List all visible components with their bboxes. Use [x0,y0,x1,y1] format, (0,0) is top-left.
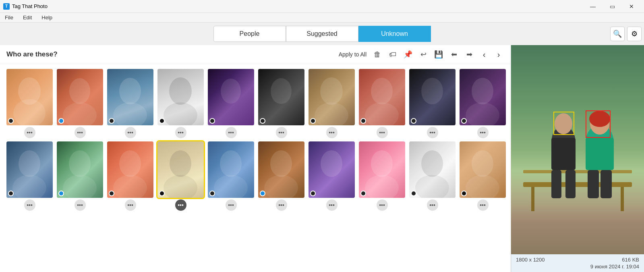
face-options-button[interactable]: ••• [24,199,35,211]
minimize-button[interactable]: — [584,0,602,13]
list-item[interactable]: ••• [460,69,506,138]
face-checkbox[interactable] [360,191,366,196]
face-checkbox[interactable] [159,118,165,124]
face-thumbnail[interactable] [258,69,304,125]
face-options-button[interactable]: ••• [427,199,438,211]
list-item[interactable]: ••• [157,69,204,138]
menu-edit[interactable]: Edit [21,14,33,21]
face-thumbnail[interactable] [258,141,304,198]
list-item[interactable]: ••• [208,141,254,211]
face-thumbnail[interactable] [57,69,103,125]
menu-file[interactable]: File [3,14,15,21]
save-button[interactable]: 💾 [433,48,445,60]
face-thumbnail[interactable] [208,141,254,198]
face-checkbox[interactable] [109,118,114,124]
face-thumbnail[interactable] [6,69,53,125]
face-options-button[interactable]: ••• [125,127,136,138]
list-item[interactable]: ••• [309,141,355,211]
face-thumbnail[interactable] [359,69,405,125]
face-checkbox[interactable] [58,118,64,124]
face-checkbox[interactable] [360,118,366,124]
face-options-button[interactable]: ••• [377,127,388,138]
next-button[interactable]: › [493,49,504,60]
list-item[interactable]: ••• [258,141,304,211]
list-item[interactable]: ••• [157,141,204,211]
face-checkbox[interactable] [461,118,467,124]
face-options-button[interactable]: ••• [75,127,86,138]
face-options-button[interactable]: ••• [226,199,237,211]
face-thumbnail[interactable] [107,141,153,198]
face-thumbnail[interactable] [107,69,153,125]
face-thumbnail[interactable] [6,141,53,198]
face-options-button[interactable]: ••• [175,127,186,138]
face-thumbnail[interactable] [309,141,355,198]
face-options-button[interactable]: ••• [175,199,186,211]
face-checkbox[interactable] [8,191,14,196]
face-thumbnail[interactable] [460,141,506,198]
face-thumbnail[interactable] [359,141,405,198]
face-options-button[interactable]: ••• [326,127,338,138]
face-thumbnail[interactable] [157,141,204,198]
face-checkbox[interactable] [411,191,416,196]
face-options-button[interactable]: ••• [427,127,438,138]
face-thumbnail[interactable] [309,69,355,125]
list-item[interactable]: ••• [460,141,506,211]
pin-button[interactable]: 📌 [402,48,414,60]
face-thumbnail[interactable] [57,141,103,198]
face-checkbox[interactable] [310,191,316,196]
list-item[interactable]: ••• [258,69,304,138]
face-checkbox[interactable] [109,191,114,196]
list-item[interactable]: ••• [208,69,254,138]
face-checkbox[interactable] [209,191,215,196]
tag-button[interactable]: 🏷 [387,48,399,60]
face-options-button[interactable]: ••• [276,127,287,138]
list-item[interactable]: ••• [107,141,153,211]
list-item[interactable]: ••• [6,69,53,138]
export-button[interactable]: ➡ [463,48,475,60]
list-item[interactable]: ••• [6,141,53,211]
face-thumbnail[interactable] [409,141,456,198]
face-options-button[interactable]: ••• [226,127,237,138]
face-checkbox[interactable] [260,191,265,196]
tab-people[interactable]: People [213,26,286,42]
photo-preview[interactable] [511,45,644,254]
maximize-button[interactable]: ▭ [603,0,621,13]
face-thumbnail[interactable] [157,69,204,125]
face-options-button[interactable]: ••• [75,199,86,211]
tab-unknown[interactable]: Unknown [358,26,431,42]
trash-button[interactable]: 🗑 [371,48,383,60]
search-button[interactable]: 🔍 [610,27,625,41]
list-item[interactable]: ••• [409,141,456,211]
face-checkbox[interactable] [310,118,316,124]
face-checkbox[interactable] [209,118,215,124]
face-checkbox[interactable] [159,191,165,196]
face-options-button[interactable]: ••• [377,199,388,211]
face-options-button[interactable]: ••• [477,127,489,138]
face-checkbox[interactable] [58,191,64,196]
import-button[interactable]: ⬅ [448,48,460,60]
prev-button[interactable]: ‹ [478,49,490,60]
tab-suggested[interactable]: Suggested [286,26,358,42]
list-item[interactable]: ••• [107,69,153,138]
list-item[interactable]: ••• [359,141,405,211]
face-checkbox[interactable] [260,118,265,124]
face-options-button[interactable]: ••• [24,127,35,138]
face-options-button[interactable]: ••• [125,199,136,211]
list-item[interactable]: ••• [309,69,355,138]
list-item[interactable]: ••• [57,141,103,211]
face-thumbnail[interactable] [208,69,254,125]
face-thumbnail[interactable] [409,69,456,125]
close-button[interactable]: ✕ [622,0,641,13]
list-item[interactable]: ••• [57,69,103,138]
face-options-button[interactable]: ••• [477,199,489,211]
menu-help[interactable]: Help [40,14,54,21]
face-options-button[interactable]: ••• [276,199,287,211]
list-item[interactable]: ••• [409,69,456,138]
settings-button[interactable]: ⚙ [627,27,642,41]
undo-button[interactable]: ↩ [417,48,429,60]
face-checkbox[interactable] [8,118,14,124]
face-thumbnail[interactable] [460,69,506,125]
face-checkbox[interactable] [411,118,416,124]
list-item[interactable]: ••• [359,69,405,138]
face-checkbox[interactable] [461,191,467,196]
